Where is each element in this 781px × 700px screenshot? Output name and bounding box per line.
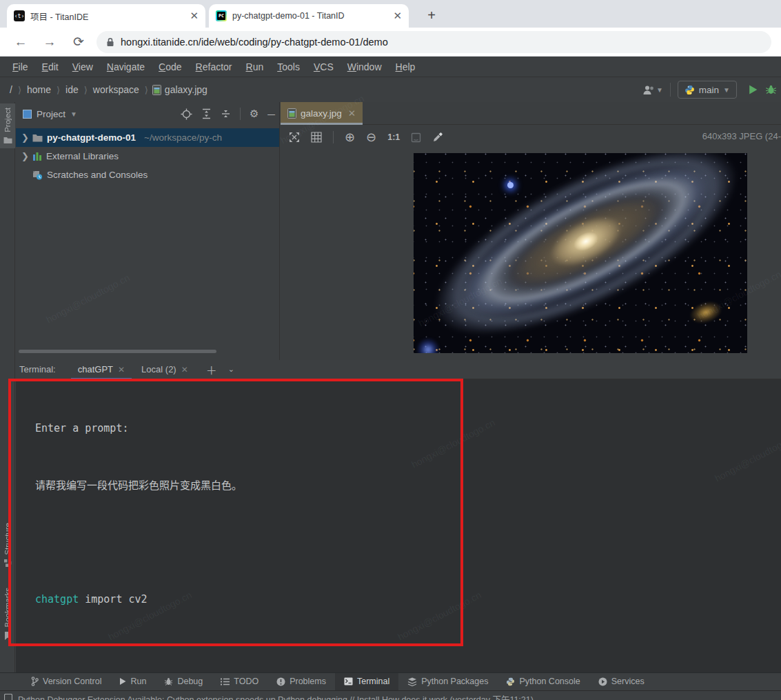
terminal-tab-local[interactable]: Local (2) ✕: [133, 360, 196, 379]
address-bar[interactable]: hongxi.titanide.cn/ide/web/coding/py-cha…: [97, 31, 771, 53]
run-button[interactable]: [748, 84, 758, 95]
tab-close-icon[interactable]: ✕: [393, 10, 402, 22]
new-session-icon[interactable]: ＋: [206, 361, 217, 378]
browser-tab-titanide[interactable]: ‹t› 项目 - TitanIDE ✕: [7, 4, 205, 28]
back-icon[interactable]: ←: [12, 34, 29, 50]
terminal-tab-chatgpt[interactable]: chatGPT ✕: [70, 360, 133, 379]
project-panel-title[interactable]: Project: [37, 109, 65, 119]
expand-all-icon[interactable]: [201, 108, 212, 119]
breadcrumb-workspace[interactable]: workspace: [92, 84, 141, 95]
notification-text[interactable]: Python Debugger Extension Available: Cyt…: [18, 692, 534, 700]
menu-code[interactable]: Code: [152, 61, 188, 72]
chevron-down-icon[interactable]: ⌄: [228, 365, 234, 374]
breadcrumb-root[interactable]: /: [8, 84, 14, 95]
project-tree: ❯ py-chatgpt-demo-01 ~/workspace/py-ch ❯…: [16, 128, 279, 184]
menu-tools[interactable]: Tools: [270, 61, 307, 72]
user-menu-button[interactable]: ▼: [642, 85, 663, 95]
tree-row-scratches[interactable]: Scratches and Consoles: [16, 166, 279, 184]
statusbar-terminal[interactable]: Terminal: [335, 673, 398, 690]
browser-tab-pycharm[interactable]: PC py-chatgpt-demo-01 - TitanID ✕: [209, 4, 409, 28]
statusbar-services[interactable]: Services: [589, 673, 653, 690]
tab-close-icon[interactable]: ✕: [118, 365, 125, 374]
statusbar-label: Run: [130, 677, 146, 686]
browser-tab-strip: ‹t› 项目 - TitanIDE ✕ PC py-chatgpt-demo-0…: [0, 0, 781, 28]
terminal-line: chatgpt import cv2: [35, 590, 781, 610]
screenshot-root: ‹t› 项目 - TitanIDE ✕ PC py-chatgpt-demo-0…: [0, 0, 781, 700]
tree-row-external-libraries[interactable]: ❯ External Libraries: [16, 147, 279, 166]
grid-icon[interactable]: [311, 132, 322, 143]
terminal-output[interactable]: Enter a prompt: 请帮我编写一段代码把彩色照片变成黑白色。 cha…: [16, 381, 781, 700]
forward-icon[interactable]: →: [41, 34, 58, 50]
statusbar-label: TODO: [234, 677, 258, 686]
new-tab-button[interactable]: +: [422, 6, 441, 25]
companion-galaxy: [687, 297, 725, 327]
project-view-icon: [23, 110, 32, 119]
color-picker-icon[interactable]: [432, 132, 443, 143]
menu-navigate[interactable]: Navigate: [100, 61, 152, 72]
breadcrumb-home[interactable]: home: [26, 84, 52, 95]
stripe-project-button[interactable]: Project: [0, 103, 15, 148]
menu-file[interactable]: File: [6, 61, 35, 72]
browser-toolbar: ← → ⟳ hongxi.titanide.cn/ide/web/coding/…: [0, 28, 781, 57]
stripe-structure-label: Structure: [3, 523, 12, 555]
breadcrumb-file[interactable]: galaxy.jpg: [152, 84, 207, 95]
branch-label: main: [699, 85, 719, 95]
chevron-down-icon: ▼: [723, 86, 730, 94]
terminal-panel-label: Terminal:: [19, 364, 56, 374]
breadcrumb-separator: ⟩: [57, 85, 60, 95]
folder-icon: [32, 134, 43, 142]
tab-close-icon[interactable]: ✕: [348, 108, 356, 119]
libraries-icon: [32, 152, 42, 161]
tool-window-stripe: Project Structure Bookmarks: [0, 102, 15, 672]
menu-run[interactable]: Run: [239, 61, 271, 72]
packages-icon: [407, 677, 417, 686]
editor-tab-bar: galaxy.jpg ✕: [281, 102, 781, 125]
menu-view[interactable]: View: [65, 61, 100, 72]
image-editor-toolbar: ⊕ ⊖ 1:1 640x393 JPEG (24-: [281, 125, 781, 150]
horizontal-scrollbar[interactable]: [19, 350, 216, 353]
actual-size-label[interactable]: 1:1: [387, 132, 400, 142]
stripe-bookmarks-button[interactable]: Bookmarks: [0, 583, 15, 644]
zoom-out-icon[interactable]: ⊖: [366, 130, 376, 145]
zoom-in-icon[interactable]: ⊕: [345, 130, 355, 145]
hide-panel-icon[interactable]: ─: [267, 108, 275, 120]
debug-button[interactable]: [765, 84, 777, 95]
zoom-to-fit-icon[interactable]: [289, 132, 300, 143]
image-file-icon: [287, 108, 296, 119]
galaxy-image: [414, 153, 747, 353]
chevron-down-icon[interactable]: ▼: [70, 110, 77, 118]
collapse-all-icon[interactable]: [221, 108, 231, 119]
statusbar-problems[interactable]: Problems: [267, 673, 335, 690]
menu-window[interactable]: Window: [341, 61, 389, 72]
statusbar-todo[interactable]: TODO: [212, 673, 267, 690]
menu-refactor[interactable]: Refactor: [189, 61, 239, 72]
menu-help[interactable]: Help: [389, 61, 423, 72]
statusbar-version-control[interactable]: Version Control: [22, 673, 110, 690]
breadcrumb-ide[interactable]: ide: [64, 84, 80, 95]
menu-edit[interactable]: Edit: [35, 61, 65, 72]
statusbar-python-packages[interactable]: Python Packages: [398, 673, 497, 690]
blue-star: [507, 182, 514, 188]
breadcrumb-separator: ⟩: [84, 85, 88, 95]
titanide-favicon: ‹t›: [14, 10, 25, 21]
editor-tab-galaxy[interactable]: galaxy.jpg ✕: [281, 102, 363, 124]
tab-close-icon[interactable]: ✕: [181, 365, 188, 374]
chevron-right-icon[interactable]: ❯: [21, 151, 28, 161]
tab-close-icon[interactable]: ✕: [190, 10, 199, 22]
chevron-right-icon[interactable]: ❯: [21, 132, 28, 143]
stripe-structure-button[interactable]: Structure: [0, 519, 15, 571]
branch-icon: [31, 677, 39, 686]
menu-vcs[interactable]: VCS: [307, 61, 341, 72]
tree-row-project-root[interactable]: ❯ py-chatgpt-demo-01 ~/workspace/py-ch: [16, 128, 279, 147]
run-config-selector[interactable]: main ▼: [678, 81, 737, 99]
python-icon: [506, 677, 515, 686]
fit-zoom-icon[interactable]: [411, 132, 421, 143]
statusbar-python-console[interactable]: Python Console: [497, 673, 589, 690]
gear-icon[interactable]: ⚙: [250, 108, 258, 120]
locate-file-icon[interactable]: [181, 108, 192, 120]
ide-menu-bar: File Edit View Navigate Code Refactor Ru…: [0, 57, 781, 77]
statusbar-debug[interactable]: Debug: [155, 673, 212, 690]
stripe-bookmarks-label: Bookmarks: [3, 588, 12, 628]
statusbar-run[interactable]: Run: [110, 673, 155, 690]
reload-icon[interactable]: ⟳: [70, 34, 87, 50]
